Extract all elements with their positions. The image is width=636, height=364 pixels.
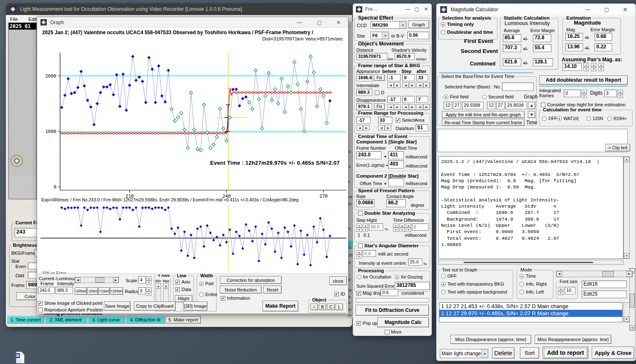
show-image-checkbox[interactable]: ✓Show Image of Clicked point	[38, 301, 102, 306]
main-title-bar[interactable]: Light Measurement tool for Occultation O…	[6, 3, 352, 15]
y-max-slider[interactable]	[163, 289, 169, 303]
maximize-icon[interactable]: ▢	[412, 6, 421, 12]
radius-field[interactable]: 3	[138, 287, 146, 294]
ccd-dropdown[interactable]: IMX290▼	[371, 21, 406, 29]
pair-mag-spinner-3[interactable]: ▲▼	[598, 63, 604, 70]
offset-time2-field[interactable]	[388, 178, 404, 186]
timing-only-radio[interactable]: ●Timing only	[441, 22, 474, 27]
range-to-field[interactable]: 33	[378, 117, 392, 124]
mag2-field[interactable]: 13.96	[565, 43, 583, 51]
assuming-pair-field[interactable]: 14.10	[563, 63, 582, 71]
apply-close-button[interactable]: Apply & Close	[592, 346, 634, 359]
minimize-icon[interactable]: —	[403, 6, 412, 12]
add-to-report-button[interactable]: Add to report	[543, 346, 588, 359]
time-diff-spinner-1[interactable]: ▲▼	[393, 223, 399, 231]
entire-radio[interactable]: Entire	[199, 292, 217, 297]
word-document-icon[interactable]: W	[14, 351, 25, 364]
after-arrows[interactable]: ◀▶	[416, 83, 430, 88]
scroll-left-icon[interactable]: ◀	[75, 277, 81, 283]
maximize-icon[interactable]: ▢	[601, 7, 613, 13]
appearance-field[interactable]: 1696.6	[356, 74, 373, 81]
range-from-field[interactable]: -17	[356, 117, 371, 124]
intensity-centre-field[interactable]: 25.0	[408, 259, 422, 266]
outer-vertical-scrollbar[interactable]: ▲ ▼	[629, 268, 635, 331]
pair-mag-spinner-1[interactable]: ▲▼	[583, 63, 589, 70]
plus-1sec-button[interactable]: +1Sec	[98, 287, 110, 295]
part-radio[interactable]: ●Part	[199, 281, 214, 286]
reset-button[interactable]: Reset	[263, 286, 282, 294]
bv-field[interactable]: 0.56	[407, 32, 429, 39]
consider-step-checkbox[interactable]: Consider step hight for time estimation	[541, 102, 626, 107]
menu-edit[interactable]: Edit	[28, 17, 37, 22]
step2-arrows[interactable]: ◀▶	[402, 104, 416, 110]
fit-diffraction-button[interactable]: Fit to Diffraction Curve	[356, 305, 429, 316]
y-min-up-icon[interactable]: ▲	[156, 283, 161, 288]
graph-current-frame-field[interactable]: 243.0	[38, 287, 55, 294]
calc-910hx-radio[interactable]: 910H>	[607, 116, 626, 121]
spectral-graph-button[interactable]: Graph	[408, 20, 429, 28]
before2-arrows[interactable]: ◀▶	[387, 104, 401, 110]
digits-field[interactable]: 3	[604, 90, 617, 97]
combined-avg-field[interactable]: 621.8	[503, 58, 521, 66]
plus-10sec-button[interactable]: +10Sec	[110, 287, 123, 295]
pair-mag-spinner-2[interactable]: ▲▼	[591, 63, 596, 70]
scroll-left-icon[interactable]: ◀	[556, 271, 562, 277]
integrated-frames-field[interactable]: 0	[564, 90, 580, 97]
minimize-icon[interactable]: —	[581, 7, 594, 13]
event-listbox[interactable]: 1 12 27 21.453 +/- 0.438s, S/N= 2.57 D M…	[439, 302, 623, 322]
information-checkbox[interactable]: ✓Information	[221, 296, 250, 301]
video-frame-panel[interactable]: 2025 01	[8, 23, 37, 199]
mode-info-left-radio[interactable]: Info. Left	[520, 289, 544, 294]
scroll-up-icon[interactable]: ▲	[624, 157, 629, 162]
second-field-radio[interactable]: Second field	[482, 94, 514, 99]
pan-thumb[interactable]	[602, 271, 614, 277]
y-max-up-icon[interactable]: ▲	[163, 283, 169, 288]
image-3d-button[interactable]: [3D] Image	[183, 301, 207, 311]
copy-clipboard-button[interactable]: Copy to ClipBoard	[134, 301, 176, 311]
font-size-field[interactable]: 10	[565, 287, 575, 294]
before-field[interactable]: -1	[387, 74, 401, 81]
doublestar-time-radio[interactable]: Doublestar and time	[441, 30, 493, 35]
y-min-slider[interactable]	[156, 289, 161, 303]
id-checkbox[interactable]: ✓ID	[334, 291, 345, 296]
frame-scrollbar[interactable]: ◀ ▶	[75, 277, 119, 283]
object-l-button[interactable]: L	[336, 304, 343, 310]
textout-opaque-radio[interactable]: Text with opaque background	[441, 289, 507, 294]
object-a-button[interactable]: A	[310, 304, 318, 310]
rate-field[interactable]: 0.0666	[356, 199, 375, 207]
step-button-xml-element[interactable]: 2. XML element	[45, 316, 86, 324]
event-frame-field[interactable]: 243.0	[356, 151, 381, 159]
first-avg-field[interactable]: 85.6	[503, 34, 521, 42]
scroll-right-icon[interactable]: ▶	[626, 271, 632, 277]
minus-1sec-button[interactable]: -1Sec	[87, 287, 98, 295]
mag-drop-checkbox[interactable]: ✓Mag drop	[356, 291, 382, 296]
step2-field[interactable]: 0	[402, 96, 415, 103]
step-hight-field[interactable]: 50.0	[369, 223, 383, 231]
graph-pan-scrollbar[interactable]: ◀ ▶	[556, 271, 633, 277]
report-horizontal-scrollbar[interactable]	[438, 260, 623, 265]
event-list-item-selected[interactable]: 2 12 27 29.970 +/- 0.465s, S/N= 2.07 R M…	[439, 310, 622, 317]
edit25-field[interactable]: Edit25	[582, 291, 627, 298]
t2-hour-field[interactable]: 12	[487, 102, 495, 109]
step-button-light-curve[interactable]: 3. Light curve	[87, 316, 125, 324]
intermidiate-field[interactable]: 989.3	[356, 89, 372, 96]
calc-120n-radio[interactable]: 120N	[586, 116, 603, 121]
star-type-dropdown[interactable]: F6▼	[371, 32, 389, 39]
miss-disappearance-button[interactable]: Miss Disappearance (approx. time)	[450, 335, 531, 344]
datanum-field[interactable]: 51	[416, 124, 428, 131]
textout-transparency-radio[interactable]: ●Text with transparency BKG	[441, 281, 504, 286]
distance-field[interactable]: 319570971	[356, 53, 387, 60]
selected-frame-field[interactable]	[502, 83, 534, 91]
reread-timestamp-button[interactable]: Re-read Time Stamp from current frame	[442, 119, 525, 126]
fresnel-title-bar[interactable]: Fre... — ▢ ✕	[353, 4, 432, 15]
close-icon[interactable]: ✕	[619, 6, 631, 13]
minus-10sec-button[interactable]: -10Sec	[75, 287, 87, 295]
before-arrows[interactable]: ◀▶	[387, 83, 401, 88]
delete-button[interactable]: Delete	[492, 347, 515, 359]
after-field[interactable]: 33	[416, 74, 428, 81]
magerr2-field[interactable]: 0.22	[595, 43, 612, 51]
step-arrows[interactable]: ◀▶	[402, 83, 416, 88]
time-up-button[interactable]: ▲	[528, 102, 535, 109]
step-button-diffraction-fit[interactable]: 4. Diffraction tit	[126, 316, 165, 324]
sort-button[interactable]: Sort	[520, 347, 539, 359]
